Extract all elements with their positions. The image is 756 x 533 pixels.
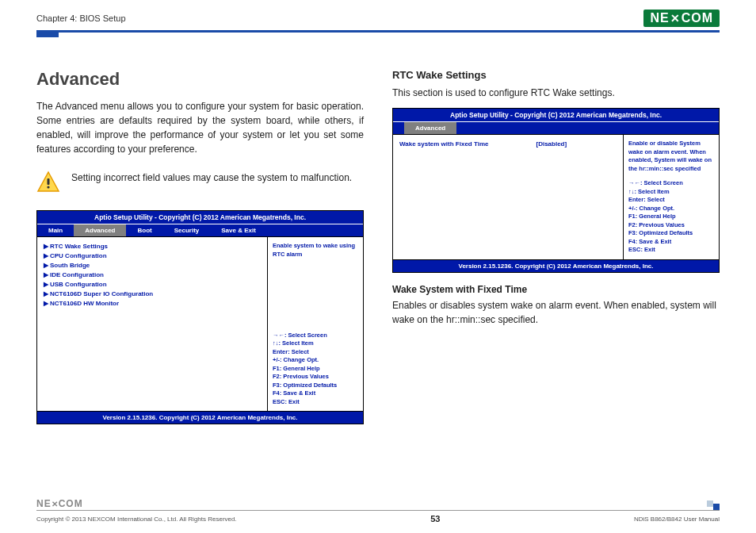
warning-text: Setting incorrect field values may cause…	[71, 171, 352, 185]
bios-item: ▶IDE Configuration	[44, 270, 261, 280]
bios-setting-row: Wake system with Fixed Time [Disabled]	[399, 140, 617, 149]
bios-tab-main: Main	[37, 224, 74, 236]
bios-help-text: Enable system to wake using RTC alarm	[273, 242, 358, 259]
header-rule	[36, 30, 720, 33]
bios-tabs: Advanced	[393, 121, 719, 134]
bios-side-panel: Enable or disable System wake on alarm e…	[624, 135, 719, 259]
bios-main-panel: Wake system with Fixed Time [Disabled]	[393, 135, 624, 259]
bios-title-bar: Aptio Setup Utility - Copyright (C) 2012…	[393, 109, 719, 121]
bios-version-bar: Version 2.15.1236. Copyright (C) 2012 Am…	[393, 259, 719, 272]
bios-side-panel: Enable system to wake using RTC alarm →←…	[268, 237, 363, 411]
bios-body: ▶RTC Wake Settings ▶CPU Configuration ▶S…	[37, 236, 363, 411]
header-stub	[36, 33, 59, 37]
page-header: Chapter 4: BIOS Setup NE✕COM	[0, 0, 756, 30]
bios-body: Wake system with Fixed Time [Disabled] E…	[393, 134, 719, 259]
section-title: Advanced	[36, 69, 364, 90]
warning-block: Setting incorrect field values may cause…	[36, 171, 364, 193]
footer-rule	[36, 510, 720, 511]
bios-item: ▶USB Configuration	[44, 280, 261, 290]
page-number: 53	[430, 514, 440, 523]
bios-tab-advanced: Advanced	[404, 122, 456, 134]
content-columns: Advanced The Advanced menu allows you to…	[0, 69, 756, 424]
bios-tab-spacer	[393, 122, 404, 134]
brand-logo: NE✕COM	[643, 10, 720, 27]
subsection-title: RTC Wake Settings	[392, 69, 720, 81]
bios-version-bar: Version 2.15.1236. Copyright (C) 2012 Am…	[37, 411, 363, 424]
bios-tabs: Main Advanced Boot Security Save & Exit	[37, 224, 363, 236]
footer-logo: NE✕COM	[36, 498, 83, 509]
bios-screenshot-right: Aptio Setup Utility - Copyright (C) 2012…	[392, 108, 720, 273]
bios-item: ▶CPU Configuration	[44, 251, 261, 261]
bios-tab-save-exit: Save & Exit	[210, 224, 267, 236]
bios-tab-boot: Boot	[126, 224, 162, 236]
bios-key-hints: →←: Select Screen ↑↓: Select Item Enter:…	[628, 179, 714, 255]
setting-value: [Disabled]	[536, 140, 567, 149]
setting-label: Wake system with Fixed Time	[399, 140, 488, 149]
bios-item: ▶RTC Wake Settings	[44, 242, 261, 251]
option-text: Enables or disables system wake on alarm…	[392, 298, 720, 327]
bios-title-bar: Aptio Setup Utility - Copyright (C) 2012…	[37, 211, 363, 224]
copyright: Copyright © 2013 NEXCOM International Co…	[36, 516, 237, 523]
bios-main-panel: ▶RTC Wake Settings ▶CPU Configuration ▶S…	[37, 237, 268, 411]
left-column: Advanced The Advanced menu allows you to…	[36, 69, 364, 424]
bios-item: ▶NCT6106D Super IO Configuration	[44, 290, 261, 299]
right-column: RTC Wake Settings This section is used t…	[392, 69, 720, 424]
svg-rect-1	[48, 178, 50, 185]
option-title: Wake System with Fixed Time	[392, 284, 720, 295]
footer-decor	[707, 500, 720, 510]
page-footer: NE✕COM Copyright © 2013 NEXCOM Internati…	[36, 496, 720, 523]
intro-text: The Advanced menu allows you to configur…	[36, 99, 364, 156]
bios-tab-security: Security	[163, 224, 211, 236]
bios-help-text: Enable or disable System wake on alarm e…	[628, 140, 714, 173]
chapter-title: Chapter 4: BIOS Setup	[36, 13, 126, 23]
bios-screenshot-left: Aptio Setup Utility - Copyright (C) 2012…	[36, 210, 364, 424]
svg-point-2	[47, 186, 49, 188]
bios-key-hints: →←: Select Screen ↑↓: Select Item Enter:…	[273, 332, 358, 407]
bios-item: ▶NCT6106D HW Monitor	[44, 299, 261, 309]
footer-row: Copyright © 2013 NEXCOM International Co…	[36, 514, 720, 523]
warning-icon	[36, 171, 60, 193]
bios-tab-advanced: Advanced	[74, 224, 126, 236]
manual-name: NDiS B862/B842 User Manual	[634, 516, 720, 523]
bios-item: ▶South Bridge	[44, 261, 261, 270]
subsection-intro: This section is used to configure RTC Wa…	[392, 86, 720, 100]
